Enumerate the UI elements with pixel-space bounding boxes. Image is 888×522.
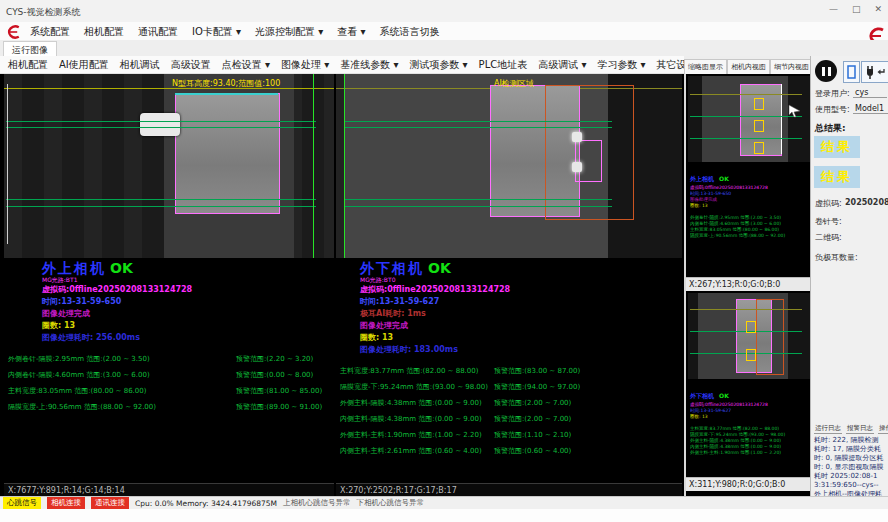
measurement-row: 内侧主料-主料:2.61mm 范围:(0.60 ~ 4.00) 预警范围:(0.… xyxy=(336,446,682,456)
warn-range: 预警范围:(0.60 ~ 4.00) xyxy=(494,446,571,456)
warn-range: 预警范围:(0.00 ~ 8.00) xyxy=(236,370,313,380)
thumb1-green-line-1 xyxy=(690,116,802,117)
tool-advanced-settings[interactable]: 高级设置 xyxy=(171,58,211,72)
middle-camera-view[interactable]: AI检测区域 外下相机 OK MG光路:BT0 虚拟码:0ffline20250… xyxy=(336,74,682,496)
window-title: CYS-视觉检测系统 xyxy=(6,6,81,19)
login-user-value: cys xyxy=(853,88,887,98)
minimize-icon[interactable]: — xyxy=(829,4,838,14)
menu-camera-config[interactable]: 相机配置 xyxy=(84,25,124,39)
tool-spot-check[interactable]: 点检设置 ▾ xyxy=(222,58,270,72)
warn-range: 预警范围:(2.20 ~ 3.20) xyxy=(236,354,313,364)
thumb-tab-camera-view[interactable]: 相机内视图 xyxy=(727,59,770,74)
thumb-tab-overview[interactable]: 缩略图显示 xyxy=(684,59,727,74)
return-button[interactable] xyxy=(873,61,888,83)
tool-baseline-params[interactable]: 基准线参数 ▾ xyxy=(340,58,398,72)
thumbnail-1-text: 外上相机 OK 虚拟码:0ffline20250208133124728 时间:… xyxy=(690,166,810,274)
measurement-row: 内侧卷针-隔膜:4.60mm 范围:(3.00 ~ 6.00) 预警范围:(0.… xyxy=(4,370,334,380)
tool-advanced-debug[interactable]: 高级调试 ▾ xyxy=(538,58,586,72)
pin-number-label: 卷针号: xyxy=(815,216,842,227)
menu-io-config[interactable]: IO卡配置 ▾ xyxy=(192,25,241,39)
pause-button[interactable] xyxy=(815,60,837,82)
thumbnail-tabs: 缩略图显示 相机内视图 细节内视图 xyxy=(684,56,810,75)
left-process-time: 图像处理耗时: 256.00ms xyxy=(42,332,140,343)
log-tabs: 运行日志 报警日志 操作日志 xyxy=(814,424,888,434)
model-label: 使用型号: xyxy=(815,104,850,115)
left-white-vline xyxy=(7,84,8,244)
log-tab-alarm[interactable]: 报警日志 xyxy=(846,424,874,434)
cursor-icon xyxy=(788,104,802,118)
brand-logo-icon xyxy=(5,24,23,40)
middle-camera-image[interactable]: AI检测区域 xyxy=(336,74,682,258)
login-user-label: 登录用户: xyxy=(815,88,850,99)
log-tab-operate[interactable]: 操作日志 xyxy=(878,424,888,434)
left-overlay-yellow-line xyxy=(4,88,334,89)
tool-plc-address[interactable]: PLC地址表 xyxy=(479,58,528,72)
left-cell-top-edge xyxy=(175,93,278,95)
comm-connect-badge: 通讯连接 xyxy=(91,497,129,509)
tool-test-params[interactable]: 测试项参数 ▾ xyxy=(409,58,467,72)
tool-learning-params[interactable]: 学习参数 ▾ xyxy=(597,58,645,72)
warn-range: 预警范围:(1.10 ~ 2.10) xyxy=(494,430,571,440)
left-green-line-4 xyxy=(6,206,316,207)
measurement-row: 外侧主料-隔膜:4.38mm 范围:(0.00 ~ 9.00) 预警范围:(2.… xyxy=(336,398,682,408)
maximize-icon[interactable]: □ xyxy=(852,4,861,14)
mid-green-line-4 xyxy=(344,206,612,207)
menu-items: 系统配置 相机配置 通讯配置 IO卡配置 ▾ 光源控制配置 ▾ 查看 ▾ 系统语… xyxy=(30,25,439,39)
left-cell-region xyxy=(175,93,280,214)
mid-green-line-2 xyxy=(344,127,612,128)
mid-ai-time: 极耳AI耗时: 1ms xyxy=(360,308,426,319)
measurement-row: 外侧卷针-隔膜:2.95mm 范围:(2.00 ~ 3.50) 预警范围:(2.… xyxy=(4,354,334,364)
camera-connect-badge: 相机连接 xyxy=(47,497,85,509)
lower-camera-heartbeat-text: 下相机心跳信号异常 xyxy=(357,498,425,508)
menu-system-config[interactable]: 系统配置 xyxy=(30,25,70,39)
tool-image-processing[interactable]: 图像处理 ▾ xyxy=(281,58,329,72)
log-text: 耗时: 222, 隔膜检测耗时: 17, 隔膜分类耗时: 0, 隔膜提取分区耗时… xyxy=(814,436,884,492)
menu-language[interactable]: 系统语言切换 xyxy=(379,25,439,39)
left-camera-view[interactable]: N型耳高度:93.40;范围值:100 外上相机 OK MG光路:BT1 虚拟码… xyxy=(4,74,334,496)
menu-view[interactable]: 查看 ▾ xyxy=(337,25,365,39)
menu-light-config[interactable]: 光源控制配置 ▾ xyxy=(255,25,323,39)
mid-overlay-label: AI检测区域 xyxy=(494,78,534,89)
mid-barcode: 虚拟码:0ffline20250208133124728 xyxy=(360,284,510,295)
tool-ai-use-config[interactable]: AI使用配置 xyxy=(59,58,109,72)
log-tab-run[interactable]: 运行日志 xyxy=(814,424,842,434)
warn-range: 预警范围:(81.00 ~ 85.00) xyxy=(236,386,322,396)
thumbnail-column: 外上相机 OK 虚拟码:0ffline20250208133124728 时间:… xyxy=(684,74,810,496)
thumb2-row: 外侧主料-主料:1.90mm 范围:(1.00 ~ 2.20) xyxy=(690,450,810,456)
tool-camera-config[interactable]: 相机配置 xyxy=(8,58,48,72)
measure-value: 隔膜宽度-下:95.24mm 范围:(93.00 ~ 98.00) xyxy=(340,382,488,392)
warn-range: 预警范围:(94.00 ~ 97.00) xyxy=(494,382,580,392)
mid-magenta-subbox xyxy=(575,140,602,182)
menu-comm-config[interactable]: 通讯配置 xyxy=(138,25,178,39)
left-turn-count: 圈数: 13 xyxy=(42,320,75,331)
middle-result-info: 外下相机 OK MG光路:BT0 虚拟码:0ffline202502081331… xyxy=(336,258,682,483)
mid-glint-2 xyxy=(572,162,582,172)
cpu-memory-text: Cpu: 0.0% Memory: 3424.41796875M xyxy=(135,499,277,508)
thumb1-row: 隔膜宽度-上:90.56mm 范围:(88.00 ~ 92.00) xyxy=(690,233,810,239)
middle-pixel-coords: X:270;Y:2502;R:17;G:17;B:17 xyxy=(336,483,682,496)
measure-value: 内侧主料-隔膜:4.38mm 范围:(0.00 ~ 9.00) xyxy=(340,414,482,424)
thumbnail-1-image[interactable] xyxy=(688,76,810,162)
measure-value: 外侧卷针-隔膜:2.95mm 范围:(2.00 ~ 3.50) xyxy=(8,354,150,364)
measurement-row: 外侧主料-主料:1.90mm 范围:(1.00 ~ 2.20) 预警范围:(1.… xyxy=(336,430,682,440)
measure-value: 外侧主料-隔膜:4.38mm 范围:(0.00 ~ 9.00) xyxy=(340,398,482,408)
warn-range: 预警范围:(89.00 ~ 91.00) xyxy=(236,402,322,412)
measure-value: 隔膜宽度-上:90.56mm 范围:(88.00 ~ 92.00) xyxy=(8,402,156,412)
warn-range: 预警范围:(2.00 ~ 7.00) xyxy=(494,414,571,424)
model-value[interactable]: Model1 xyxy=(853,104,888,114)
warn-range: 预警范围:(2.00 ~ 7.00) xyxy=(494,398,571,408)
thumb2-yellow-line xyxy=(690,309,802,310)
toolbar: 相机配置 AI使用配置 相机调试 高级设置 点检设置 ▾ 图像处理 ▾ 基准线参… xyxy=(0,56,684,74)
measurement-row: 隔膜宽度-下:95.24mm 范围:(93.00 ~ 98.00) 预警范围:(… xyxy=(336,382,682,392)
left-camera-image[interactable]: N型耳高度:93.40;范围值:100 xyxy=(4,74,334,258)
thumbnail-2-image[interactable] xyxy=(688,293,810,379)
bottom-margin xyxy=(0,509,888,522)
close-icon[interactable]: ✕ xyxy=(874,4,882,14)
left-overlay-label: N型耳高度:93.40;范围值:100 xyxy=(172,78,280,89)
pause-icon xyxy=(828,67,831,76)
tool-camera-debug[interactable]: 相机调试 xyxy=(120,58,160,72)
thumb-tab-detail-view[interactable]: 细节内视图 xyxy=(770,59,813,74)
vcode-value: 20250208 xyxy=(845,198,888,207)
monitor-icon xyxy=(847,65,856,79)
monitor-button[interactable] xyxy=(843,61,860,83)
